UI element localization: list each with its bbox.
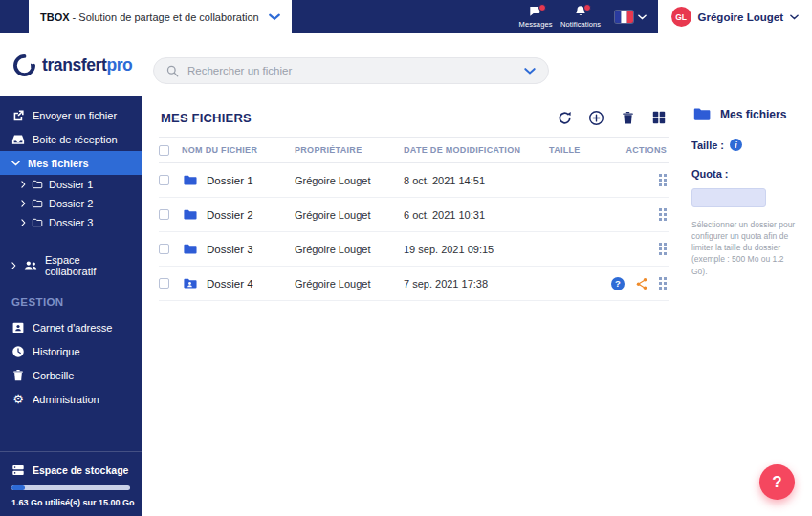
user-name: Grégoire Louget: [698, 11, 783, 23]
notifications-label: Notifications: [560, 20, 601, 29]
sidebar-item-label: Mes fichiers: [28, 158, 89, 169]
users-icon: [24, 259, 37, 272]
table-row[interactable]: Dossier 2 Grégoire Louget 6 oct. 2021 10…: [159, 198, 669, 232]
workspace-selector[interactable]: TBOX - Solution de partage et de collabo…: [29, 0, 292, 33]
grid-view-icon: [651, 110, 667, 125]
row-actions: ?: [608, 277, 669, 290]
sidebar-item-label: Carnet d'adresse: [33, 322, 112, 333]
caret-right-icon: [11, 262, 16, 269]
sidebar-subitem-label: Dossier 2: [49, 198, 93, 209]
storage-widget: Espace de stockage 1.63 Go utilisé(s) su…: [0, 451, 142, 516]
table-row[interactable]: Dossier 1 Grégoire Louget 8 oct. 2021 14…: [159, 163, 669, 198]
row-actions: [608, 208, 669, 221]
chevron-down-icon[interactable]: [524, 68, 536, 75]
sidebar-item-inbox[interactable]: Boite de réception: [0, 127, 142, 151]
folder-icon: [182, 207, 198, 222]
folder-icon: [182, 242, 198, 256]
search-input[interactable]: [187, 65, 516, 76]
header: transfertpro: [0, 33, 812, 96]
search-bar: [153, 57, 549, 84]
chevron-down-icon: [638, 14, 647, 20]
table-row[interactable]: Dossier 4 Grégoire Louget 7 sep. 2021 17…: [159, 267, 669, 301]
sidebar-subitem-dossier-3[interactable]: Dossier 3: [0, 213, 142, 232]
sidebar-item-label: Administration: [33, 394, 99, 405]
page-title: MES FICHIERS: [161, 111, 252, 125]
folder-icon: [32, 217, 43, 228]
file-date: 6 oct. 2021 10:31: [404, 209, 549, 221]
storage-label: Espace de stockage: [33, 464, 128, 476]
sidebar-item-collaborative-space[interactable]: Espace collaboratif: [0, 253, 142, 277]
avatar: GL: [671, 7, 691, 27]
topbar-right: Messages Notifications GL Grégoire Louge…: [514, 0, 812, 33]
row-checkbox[interactable]: [159, 209, 169, 220]
file-owner: Grégoire Louget: [295, 244, 404, 255]
row-checkbox[interactable]: [159, 278, 169, 289]
refresh-button[interactable]: [556, 109, 573, 126]
sidebar-section-gestion: GESTION: [0, 277, 142, 315]
caret-right-icon: [21, 181, 26, 188]
help-icon[interactable]: ?: [611, 277, 625, 290]
more-actions-icon[interactable]: [659, 277, 667, 290]
shared-folder-icon: [182, 276, 198, 290]
sidebar-item-history[interactable]: Historique: [0, 339, 142, 363]
file-name: Dossier 3: [207, 244, 253, 255]
sidebar-subitem-label: Dossier 3: [49, 217, 93, 228]
sidebar-item-label: Corbeille: [33, 370, 74, 381]
sidebar-item-my-files[interactable]: Mes fichiers: [0, 151, 142, 175]
sidebar-item-trash[interactable]: Corbeille: [0, 363, 142, 387]
file-owner: Grégoire Louget: [295, 278, 404, 290]
sidebar-item-administration[interactable]: ⚙ Administration: [0, 387, 142, 411]
info-icon[interactable]: i: [730, 139, 742, 151]
column-header-name: NOM DU FICHIER: [182, 145, 295, 155]
language-selector[interactable]: [604, 0, 658, 33]
user-menu[interactable]: GL Grégoire Louget: [658, 0, 812, 33]
send-file-icon: [11, 109, 25, 122]
workspace-name-bold: TBOX: [40, 11, 70, 23]
clock-icon: [11, 345, 25, 358]
storage-progress-track: [11, 485, 130, 490]
column-header-date: DATE DE MODIDIFICATION: [404, 145, 549, 155]
column-header-owner: PROPRIÉTAIRE: [295, 145, 404, 155]
french-flag-icon: [615, 11, 633, 23]
caret-right-icon: [21, 200, 26, 207]
delete-button[interactable]: [619, 109, 636, 126]
gear-icon: ⚙: [11, 393, 25, 406]
sidebar-subitem-dossier-1[interactable]: Dossier 1: [0, 175, 142, 194]
table-header-row: NOM DU FICHIER PROPRIÉTAIRE DATE DE MODI…: [159, 138, 669, 163]
notifications-button[interactable]: Notifications: [559, 0, 604, 33]
sidebar-subitem-dossier-2[interactable]: Dossier 2: [0, 194, 142, 213]
sidebar-item-label: Espace collaboratif: [45, 254, 130, 277]
address-book-icon: [11, 321, 25, 334]
add-button[interactable]: [587, 109, 604, 126]
more-actions-icon[interactable]: [659, 243, 667, 255]
row-checkbox[interactable]: [159, 175, 169, 185]
trash-icon: [621, 111, 635, 125]
notifications-badge: [583, 4, 591, 11]
file-date: 19 sep. 2021 09:15: [404, 244, 549, 255]
table-row[interactable]: Dossier 3 Grégoire Louget 19 sep. 2021 0…: [159, 232, 669, 267]
row-checkbox[interactable]: [159, 244, 169, 254]
size-row: Taille : i: [691, 139, 801, 168]
chevron-down-icon[interactable]: [269, 11, 280, 23]
more-actions-icon[interactable]: [659, 174, 667, 186]
file-name: Dossier 1: [207, 175, 253, 186]
messages-button[interactable]: Messages: [514, 0, 559, 33]
workspace-name-rest: - Solution de partage et de collaboratio…: [70, 11, 259, 23]
help-fab-button[interactable]: ?: [759, 464, 795, 500]
main-content: MES FICHIERS NOM DU FICHIER PROPRIÉTAIRE…: [142, 96, 683, 516]
file-date: 7 sep. 2021 17:38: [404, 278, 549, 290]
chevron-down-icon: [790, 14, 799, 20]
select-all-checkbox[interactable]: [159, 145, 169, 156]
file-date: 8 oct. 2021 14:51: [404, 175, 549, 186]
sidebar-item-label: Boite de réception: [33, 134, 118, 145]
folder-icon: [691, 105, 712, 123]
sidebar-item-address-book[interactable]: Carnet d'adresse: [0, 315, 142, 339]
sidebar-item-send-file[interactable]: Envoyer un fichier: [0, 103, 142, 127]
file-toolbar: [556, 109, 668, 126]
quota-input[interactable]: [691, 188, 766, 207]
share-icon[interactable]: [635, 277, 648, 290]
more-actions-icon[interactable]: [659, 208, 667, 221]
workspace-name: TBOX - Solution de partage et de collabo…: [40, 11, 259, 23]
logo-icon: [12, 54, 36, 77]
grid-view-button[interactable]: [650, 109, 668, 126]
